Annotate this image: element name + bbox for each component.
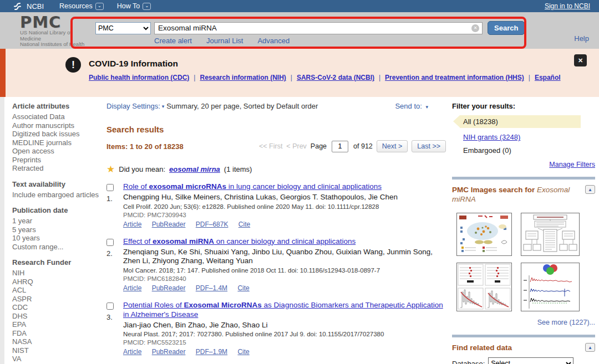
facet-section-title: Publication date <box>12 206 102 215</box>
result-citation: Cell Prolif. 2020 Jun; 53(6): e12828. Pu… <box>123 203 446 210</box>
result-checkbox[interactable] <box>106 303 114 310</box>
sidebar-item-acl[interactable]: ACL <box>12 286 102 295</box>
pmc-image-thumbnail-3[interactable] <box>456 263 512 311</box>
facet-section-article-attributes: Article attributes Associated Data Autho… <box>12 102 102 173</box>
ncbi-logo[interactable]: NCBI <box>12 2 44 11</box>
sidebar-item-digitized-back-issues[interactable]: Digitized back issues <box>12 130 102 139</box>
sidebar-item-epa[interactable]: EPA <box>12 320 102 329</box>
article-link[interactable]: Article <box>123 284 141 292</box>
pmc-logo[interactable]: PMC US National Library of Medicine Nati… <box>20 15 87 48</box>
covid-link-espanol[interactable]: Español <box>535 74 561 81</box>
resources-menu[interactable]: Resources ⌄ <box>59 2 104 10</box>
page-title: Search results <box>106 125 446 134</box>
pmc-image-thumbnail-4[interactable] <box>521 263 580 311</box>
covid-link-hhs[interactable]: Prevention and treatment information (HH… <box>385 74 524 81</box>
journal-list-link[interactable]: Journal List <box>206 37 243 45</box>
result-title-link[interactable]: Role of exosomal microRNAs in lung cance… <box>123 182 446 191</box>
result-title-link[interactable]: Potential Roles of Exosomal MicroRNAs as… <box>123 300 446 319</box>
resources-label: Resources <box>59 2 93 10</box>
database-select[interactable]: PMC <box>95 22 151 34</box>
article-link[interactable]: Article <box>123 221 141 228</box>
pmc-image-thumbnail-1[interactable] <box>456 213 512 256</box>
result-pmcid: PMCID: PMC5523215 <box>123 339 446 346</box>
sidebar-item-5-years[interactable]: 5 years <box>12 225 102 234</box>
advanced-search-link[interactable]: Advanced <box>257 37 290 45</box>
result-checkbox[interactable] <box>106 184 114 191</box>
covid-link-ncbi[interactable]: SARS-CoV-2 data (NCBI) <box>297 74 374 81</box>
sign-in-link[interactable]: Sign in to NCBI <box>545 2 590 10</box>
related-database-select[interactable]: Select <box>488 357 573 364</box>
pdf-link[interactable]: PDF–1.4M <box>196 284 227 292</box>
sidebar-item-include-embargoed[interactable]: Include embargoed articles <box>12 191 102 199</box>
filter-option-nih-grants[interactable]: NIH grants (3248) <box>463 133 520 141</box>
sidebar-item-aspr[interactable]: ASPR <box>12 295 102 304</box>
sidebar-item-ahrq[interactable]: AHRQ <box>12 278 102 286</box>
filter-option-embargoed[interactable]: Embargoed (0) <box>463 146 595 155</box>
pubreader-link[interactable]: PubReader <box>152 284 186 292</box>
collapse-panel-icon[interactable]: ▲ <box>585 343 595 352</box>
sidebar-item-dhs[interactable]: DHS <box>12 312 102 321</box>
sidebar-item-medline-journals[interactable]: MEDLINE journals <box>12 139 102 147</box>
display-settings-value: Summary, 20 per page, Sorted by Default … <box>166 102 318 110</box>
sidebar-item-nasa[interactable]: NASA <box>12 337 102 346</box>
filter-option-all[interactable]: All (18238) <box>460 115 581 128</box>
sidebar-item-cdc[interactable]: CDC <box>12 303 102 312</box>
prev-page-button: < Prev <box>286 142 306 150</box>
article-link[interactable]: Article <box>123 348 141 356</box>
pmc-header: PMC US National Library of Medicine Nati… <box>0 12 599 49</box>
search-input[interactable] <box>154 22 483 34</box>
sidebar-item-nih[interactable]: NIH <box>12 269 102 278</box>
sidebar-item-fda[interactable]: FDA <box>12 329 102 338</box>
create-alert-link[interactable]: Create alert <box>154 37 192 45</box>
last-page-button[interactable]: Last >> <box>412 140 446 152</box>
result-title-link[interactable]: Effect of exosomal miRNA on cancer biolo… <box>123 237 446 246</box>
ncbi-helix-icon <box>12 2 23 11</box>
sidebar-item-1-year[interactable]: 1 year <box>12 217 102 225</box>
cite-link[interactable]: Cite <box>237 284 249 292</box>
pubreader-link[interactable]: PubReader <box>152 348 186 356</box>
result-number: 1. <box>106 194 123 203</box>
send-to-link[interactable]: Send to: ▾ <box>395 102 430 110</box>
cite-link[interactable]: Cite <box>238 221 250 228</box>
pdf-link[interactable]: PDF–1.9M <box>196 348 227 356</box>
display-settings-link[interactable]: Display Settings: <box>106 102 160 110</box>
result-number: 2. <box>106 249 123 258</box>
result-checkbox[interactable] <box>106 239 114 246</box>
pdf-link[interactable]: PDF–687K <box>196 221 229 228</box>
ncbi-brand-label: NCBI <box>27 2 44 11</box>
manage-filters-link[interactable]: Manage Filters <box>549 161 595 168</box>
covid-link-nih[interactable]: Research information (NIH) <box>200 74 286 81</box>
sidebar-item-open-access[interactable]: Open access <box>12 147 102 156</box>
cite-link[interactable]: Cite <box>237 348 249 356</box>
howto-menu[interactable]: How To ⌄ <box>117 2 151 10</box>
sidebar-item-associated-data[interactable]: Associated Data <box>12 112 102 121</box>
see-more-images-link[interactable]: See more (1227)... <box>537 319 595 326</box>
help-link[interactable]: Help <box>574 34 589 43</box>
next-page-button[interactable]: Next > <box>377 140 408 152</box>
covid-link-cdc[interactable]: Public health information (CDC) <box>89 74 189 81</box>
chevron-down-icon: ▾ <box>162 104 165 109</box>
star-icon: ★ <box>106 166 115 173</box>
sidebar-item-retracted[interactable]: Retracted <box>12 164 102 173</box>
thumbnail-figure-forest-plots <box>457 263 511 311</box>
pmc-image-thumbnail-2[interactable] <box>521 213 580 256</box>
separator: | <box>529 74 530 81</box>
find-related-data-title: Find related data ▲ <box>452 343 595 352</box>
did-you-mean-suggestion-link[interactable]: eosomal mirna <box>169 165 220 173</box>
clear-search-icon[interactable]: ✕ <box>471 24 479 32</box>
search-button[interactable]: Search <box>488 21 525 35</box>
page-number-input[interactable] <box>332 141 348 152</box>
items-count: Items: 1 to 20 of 18238 <box>106 142 184 151</box>
sidebar-item-nist[interactable]: NIST <box>12 346 102 355</box>
sidebar-item-10-years[interactable]: 10 years <box>12 234 102 243</box>
sidebar-item-preprints[interactable]: Preprints <box>12 156 102 165</box>
sidebar-item-custom-range[interactable]: Custom range... <box>12 243 102 252</box>
close-icon[interactable]: ✕ <box>574 54 587 66</box>
collapse-panel-icon[interactable]: ▲ <box>585 185 595 194</box>
facet-section-title: Text availability <box>12 180 102 189</box>
sidebar-item-va[interactable]: VA <box>12 355 102 363</box>
pubreader-link[interactable]: PubReader <box>152 221 186 228</box>
result-citation: Neural Plast. 2017; 2017: 7027380. Publi… <box>123 331 446 337</box>
page-left-gutter <box>0 97 4 364</box>
sidebar-item-author-manuscripts[interactable]: Author manuscripts <box>12 121 102 130</box>
